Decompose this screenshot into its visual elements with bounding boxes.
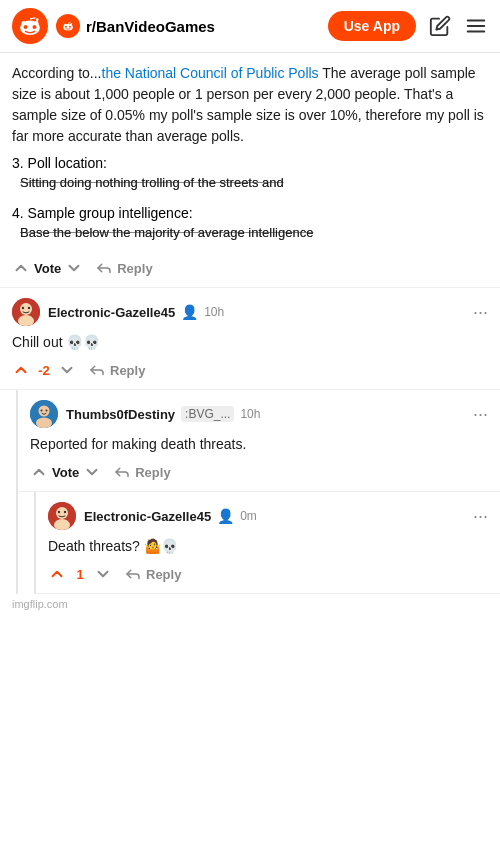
comment-1-upvote-button[interactable] — [12, 361, 30, 379]
item-3-content: Sitting doing nothing trolling of the st… — [20, 175, 488, 195]
comment-3: Electronic-Gazelle45 👤 0m ··· Death thre… — [36, 492, 500, 594]
edit-icon[interactable] — [428, 14, 452, 38]
comment-3-vote-actions: 1 — [48, 565, 112, 583]
comment-2-timestamp: 10h — [240, 407, 260, 421]
comment-3-upvote-button[interactable] — [48, 565, 66, 583]
main-reply-button[interactable]: Reply — [95, 259, 152, 277]
comment-3-vote-count: 1 — [70, 567, 90, 582]
svg-point-8 — [34, 21, 39, 26]
svg-point-12 — [69, 26, 71, 28]
comment-3-indent: Electronic-Gazelle45 👤 0m ··· Death thre… — [34, 492, 500, 594]
comment-2-vote-actions: Vote — [30, 463, 101, 481]
comment-3-actions: 1 Reply — [48, 565, 488, 583]
comment-1-timestamp: 10h — [204, 305, 224, 319]
menu-icon[interactable] — [464, 14, 488, 38]
header-actions — [428, 14, 488, 38]
imgflip-watermark: imgflip.com — [0, 594, 500, 614]
comment-2-username[interactable]: Thumbs0fDestiny — [66, 407, 175, 422]
comment-3-reply-label: Reply — [146, 567, 181, 582]
comment-2-avatar — [30, 400, 58, 428]
svg-line-6 — [30, 18, 35, 19]
item-4-content: Base the below the majority of average i… — [20, 225, 488, 245]
svg-point-11 — [65, 26, 67, 28]
comment-1-downvote-button[interactable] — [58, 361, 76, 379]
comment-1-more-button[interactable]: ··· — [473, 302, 488, 323]
comment-3-user-info: Electronic-Gazelle45 👤 0m — [84, 508, 473, 524]
comment-3-downvote-button[interactable] — [94, 565, 112, 583]
item-3-overlay: Sitting doing nothing trolling of the st… — [20, 175, 284, 190]
subreddit-name: r/BanVideoGames — [86, 18, 215, 35]
comment-1-vote-count: -2 — [34, 363, 54, 378]
poll-link[interactable]: the National Council of Public Polls — [102, 65, 319, 81]
comment-3-header: Electronic-Gazelle45 👤 0m ··· — [48, 502, 488, 530]
comment-2-flair: :BVG_... — [181, 406, 234, 422]
svg-point-25 — [28, 307, 30, 309]
comment-2-body: Reported for making death threats. — [30, 434, 488, 455]
comment-3-timestamp: 0m — [240, 509, 257, 523]
comment-2-reply-button[interactable]: Reply — [113, 463, 170, 481]
comment-1-reply-label: Reply — [110, 363, 145, 378]
svg-point-2 — [24, 25, 28, 29]
comment-2-downvote-button[interactable] — [83, 463, 101, 481]
comment-1-header: Electronic-Gazelle45 👤 10h ··· — [12, 298, 488, 326]
comment-2-vote-label: Vote — [52, 465, 79, 480]
main-reply-label: Reply — [117, 261, 152, 276]
svg-point-7 — [21, 21, 26, 26]
svg-point-29 — [41, 410, 43, 412]
svg-point-30 — [46, 410, 48, 412]
subreddit-icon — [56, 14, 80, 38]
main-comment-actions: Vote Reply — [12, 259, 488, 277]
svg-point-35 — [64, 511, 66, 513]
numbered-item-3: 3. Poll location: Sitting doing nothing … — [12, 155, 488, 195]
comment-2-indent: Thumbs0fDestiny :BVG_... 10h ··· Reporte… — [16, 390, 500, 594]
main-vote-label: Vote — [34, 261, 61, 276]
svg-point-28 — [36, 418, 52, 429]
svg-point-5 — [36, 18, 39, 21]
main-content: According to...the National Council of P… — [0, 53, 500, 614]
main-comment-block: According to...the National Council of P… — [0, 53, 500, 288]
svg-point-3 — [33, 25, 37, 29]
comment-3-more-button[interactable]: ··· — [473, 506, 488, 527]
reddit-logo[interactable] — [12, 8, 48, 44]
main-upvote-button[interactable] — [12, 259, 30, 277]
comment-1-body: Chill out 💀💀 — [12, 332, 488, 353]
comment-2-more-button[interactable]: ··· — [473, 404, 488, 425]
svg-point-24 — [22, 307, 24, 309]
svg-point-17 — [70, 24, 72, 26]
comment-3-body: Death threats? 🤷💀 — [48, 536, 488, 557]
comment-2-upvote-button[interactable] — [30, 463, 48, 481]
numbered-item-4: 4. Sample group intelligence: Base the b… — [12, 205, 488, 245]
app-header: r/BanVideoGames Use App — [0, 0, 500, 53]
comment-1-vote-actions: -2 — [12, 361, 76, 379]
item-4-title: 4. Sample group intelligence: — [12, 205, 488, 221]
comment-1-user-info: Electronic-Gazelle45 👤 10h — [48, 304, 473, 320]
comment-3-avatar — [48, 502, 76, 530]
comment-3-user-icon: 👤 — [217, 508, 234, 524]
comment-2-actions: Vote Reply — [30, 463, 488, 481]
comment-2-user-info: Thumbs0fDestiny :BVG_... 10h — [66, 406, 473, 422]
comment-3-reply-button[interactable]: Reply — [124, 565, 181, 583]
comment-1-container: Electronic-Gazelle45 👤 10h ··· Chill out… — [0, 288, 500, 594]
svg-point-16 — [64, 24, 66, 26]
svg-point-34 — [58, 511, 60, 513]
comment-2-reply-label: Reply — [135, 465, 170, 480]
use-app-button[interactable]: Use App — [328, 11, 416, 41]
comment-1-username[interactable]: Electronic-Gazelle45 — [48, 305, 175, 320]
item-3-title: 3. Poll location: — [12, 155, 488, 171]
subreddit-nav[interactable]: r/BanVideoGames — [56, 14, 328, 38]
comment-1-reply-button[interactable]: Reply — [88, 361, 145, 379]
comment-1-avatar — [12, 298, 40, 326]
comment-3-username[interactable]: Electronic-Gazelle45 — [84, 509, 211, 524]
main-comment-text: According to...the National Council of P… — [12, 63, 488, 147]
comment-2: Thumbs0fDestiny :BVG_... 10h ··· Reporte… — [18, 390, 500, 492]
comment-1: Electronic-Gazelle45 👤 10h ··· Chill out… — [0, 288, 500, 390]
main-downvote-button[interactable] — [65, 259, 83, 277]
item-4-overlay: Base the below the majority of average i… — [20, 225, 313, 240]
main-vote-actions: Vote — [12, 259, 83, 277]
comment-1-user-icon: 👤 — [181, 304, 198, 320]
comment-2-header: Thumbs0fDestiny :BVG_... 10h ··· — [30, 400, 488, 428]
comment-1-actions: -2 Reply — [12, 361, 488, 379]
